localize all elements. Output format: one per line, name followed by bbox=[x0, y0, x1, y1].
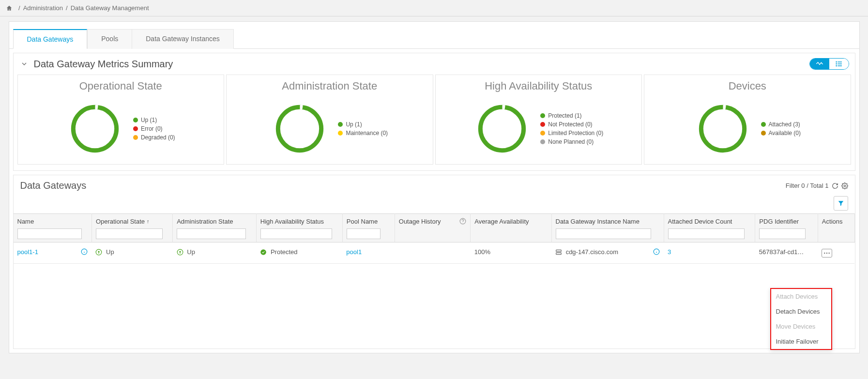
th-dev-count[interactable]: Attached Device Count bbox=[668, 218, 732, 225]
home-icon[interactable] bbox=[6, 5, 13, 12]
svg-point-4 bbox=[836, 63, 837, 64]
legend-label: Up (1) bbox=[141, 117, 157, 123]
toggle-list-view[interactable] bbox=[829, 59, 849, 69]
th-pool-name[interactable]: Pool Name bbox=[347, 218, 378, 225]
menu-move-devices: Move Devices bbox=[771, 319, 831, 334]
info-icon[interactable] bbox=[653, 248, 660, 255]
legend-label: Protected (1) bbox=[548, 112, 581, 119]
filter-icon[interactable] bbox=[834, 196, 848, 211]
row-ha-status: Protected bbox=[271, 248, 298, 256]
breadcrumb-current: Data Gateway Management bbox=[71, 4, 149, 12]
th-outage[interactable]: Outage History bbox=[399, 218, 441, 225]
donut-chart-icon bbox=[271, 100, 328, 157]
legend-label: Available (0) bbox=[769, 130, 801, 136]
filter-dgi-name[interactable] bbox=[556, 228, 652, 239]
filter-op-state[interactable] bbox=[96, 228, 163, 239]
menu-detach-devices[interactable]: Detach Devices bbox=[771, 304, 831, 319]
tab-data-gateways[interactable]: Data Gateways bbox=[13, 29, 88, 49]
card-administration-state: Administration State Up (1) Maintenance … bbox=[226, 75, 433, 165]
filter-ha-status[interactable] bbox=[260, 228, 332, 239]
svg-rect-23 bbox=[556, 250, 562, 252]
th-name[interactable]: Name bbox=[17, 218, 34, 225]
filter-admin-state[interactable] bbox=[177, 228, 246, 239]
help-icon[interactable] bbox=[459, 218, 466, 225]
legend-label: None Planned (0) bbox=[548, 138, 594, 145]
tab-pools[interactable]: Pools bbox=[87, 29, 132, 49]
row-actions-button[interactable] bbox=[822, 249, 832, 258]
filter-pdg-id[interactable] bbox=[759, 228, 806, 239]
up-arrow-icon bbox=[177, 249, 183, 256]
donut-chart-icon bbox=[473, 100, 531, 157]
row-actions-menu: Attach Devices Detach Devices Move Devic… bbox=[770, 288, 832, 350]
card-title: Operational State bbox=[27, 80, 215, 92]
row-pool-link[interactable]: pool1 bbox=[346, 248, 362, 256]
table-row[interactable]: pool1-1 Up Up Protec bbox=[14, 243, 855, 264]
check-circle-icon bbox=[260, 249, 267, 256]
data-gateways-table: Name Operational State↑ Administration S… bbox=[14, 213, 855, 264]
svg-point-3 bbox=[836, 61, 837, 62]
row-admin-state: Up bbox=[187, 248, 195, 256]
th-dgi-name[interactable]: Data Gateway Instance Name bbox=[556, 218, 640, 225]
filter-name[interactable] bbox=[17, 228, 82, 239]
svg-point-12 bbox=[701, 107, 744, 150]
filter-dev-count[interactable] bbox=[668, 228, 745, 239]
legend-label: Error (0) bbox=[141, 125, 163, 132]
svg-point-14 bbox=[844, 185, 846, 187]
card-devices: Devices Attached (3) Available (0) bbox=[644, 75, 851, 165]
info-icon[interactable] bbox=[81, 248, 88, 255]
svg-point-5 bbox=[836, 65, 837, 66]
th-ha-status[interactable]: High Availability Status bbox=[260, 218, 324, 225]
th-admin-state[interactable]: Administration State bbox=[177, 218, 233, 225]
table-title: Data Gateways bbox=[20, 180, 87, 191]
view-toggle bbox=[809, 58, 849, 70]
breadcrumb-administration[interactable]: Administration bbox=[23, 4, 63, 12]
legend-label: Maintenance (0) bbox=[346, 130, 388, 136]
up-arrow-icon bbox=[95, 249, 102, 256]
th-avg-avail[interactable]: Average Availability bbox=[474, 218, 529, 225]
legend-label: Up (1) bbox=[346, 121, 362, 128]
gear-icon[interactable] bbox=[841, 182, 848, 189]
menu-initiate-failover[interactable]: Initiate Failover bbox=[771, 334, 831, 349]
svg-point-30 bbox=[824, 253, 825, 254]
menu-attach-devices: Attach Devices bbox=[771, 289, 831, 304]
chevron-down-icon[interactable] bbox=[20, 60, 29, 68]
svg-point-8 bbox=[278, 107, 321, 150]
card-high-availability: High Availability Status Protected (1) N… bbox=[435, 75, 642, 165]
svg-point-10 bbox=[481, 107, 524, 150]
card-title: Devices bbox=[653, 80, 842, 92]
row-name-link[interactable]: pool1-1 bbox=[17, 248, 38, 256]
legend-label: Attached (3) bbox=[769, 121, 800, 128]
row-dev-count-link[interactable]: 3 bbox=[668, 248, 671, 256]
refresh-icon[interactable] bbox=[832, 182, 838, 189]
legend-label: Degraded (0) bbox=[141, 134, 175, 141]
breadcrumb: / Administration / Data Gateway Manageme… bbox=[0, 0, 868, 16]
row-dgi-name: cdg-147.cisco.com bbox=[566, 248, 618, 256]
row-op-state: Up bbox=[106, 248, 114, 256]
tab-strip: Data Gateways Pools Data Gateway Instanc… bbox=[9, 29, 859, 49]
sort-asc-icon[interactable]: ↑ bbox=[147, 218, 150, 224]
donut-chart-icon bbox=[66, 100, 123, 157]
legend-label: Not Protected (0) bbox=[548, 121, 592, 128]
tab-data-gateway-instances[interactable]: Data Gateway Instances bbox=[132, 29, 234, 49]
server-icon bbox=[555, 249, 562, 256]
card-operational-state: Operational State Up (1) Error (0) Degra… bbox=[17, 75, 225, 165]
svg-rect-24 bbox=[556, 253, 562, 255]
metrics-summary-title: Data Gateway Metrics Summary bbox=[34, 59, 173, 70]
donut-chart-icon bbox=[694, 100, 751, 157]
svg-point-22 bbox=[260, 249, 266, 255]
card-title: Administration State bbox=[235, 80, 424, 92]
row-pdg-id: 567837af-cd1… bbox=[759, 248, 804, 256]
toggle-chart-view[interactable] bbox=[810, 59, 829, 69]
th-actions: Actions bbox=[822, 218, 843, 225]
legend-label: Limited Protection (0) bbox=[548, 130, 603, 136]
th-op-state[interactable]: Operational State bbox=[96, 218, 145, 225]
filter-summary: Filter 0 / Total 1 bbox=[786, 182, 829, 189]
svg-point-31 bbox=[826, 253, 827, 254]
svg-point-32 bbox=[829, 253, 830, 254]
card-title: High Availability Status bbox=[444, 80, 633, 92]
filter-pool-name[interactable] bbox=[347, 228, 381, 239]
svg-point-6 bbox=[73, 107, 116, 150]
row-avg-avail: 100% bbox=[474, 248, 490, 256]
th-pdg-id[interactable]: PDG Identifier bbox=[759, 218, 799, 225]
